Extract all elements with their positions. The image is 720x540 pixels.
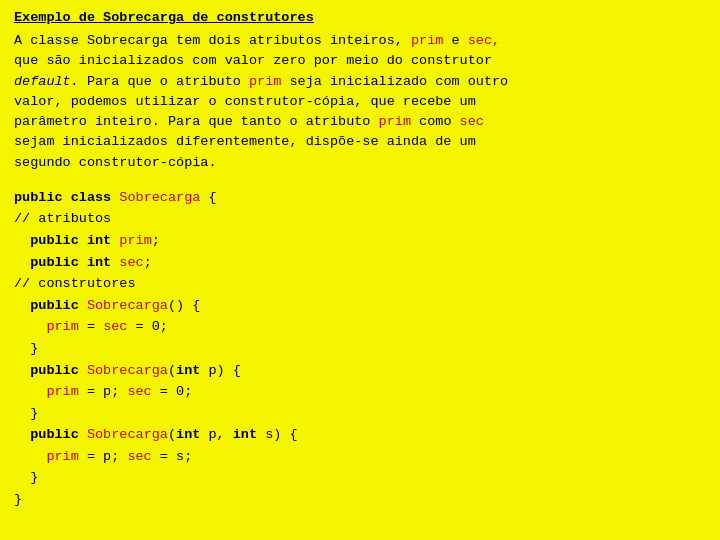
prose-line2: que são inicializados com valor zero por… [14, 53, 492, 68]
prose-block: A classe Sobrecarga tem dois atributos i… [14, 31, 706, 173]
code-line-13: prim = p; sec = s; [14, 446, 706, 468]
prose-mid1-text: e [452, 33, 460, 48]
code-line-6: public Sobrecarga() { [14, 295, 706, 317]
code-line-14: } [14, 467, 706, 489]
code-line-7: prim = sec = 0; [14, 316, 706, 338]
prim-highlight-2: prim [249, 74, 281, 89]
code-line-9: public Sobrecarga(int p) { [14, 360, 706, 382]
prose-italic-default: default. [14, 74, 79, 89]
code-line-5: // construtores [14, 273, 706, 295]
prose-line1: A classe Sobrecarga tem dois atributos i… [14, 33, 403, 48]
prose-mid2: como [419, 114, 451, 129]
prim-highlight-3: prim [379, 114, 411, 129]
sec-highlight-2: sec [460, 114, 484, 129]
prose-line6: parâmetro inteiro. Para que tanto o atri… [14, 114, 370, 129]
prose-line5: valor, podemos utilizar o construtor-cóp… [14, 94, 476, 109]
code-block: public class Sobrecarga { // atributos p… [14, 187, 706, 511]
prose-line3: Para que o atributo [87, 74, 241, 89]
code-line-4: public int sec; [14, 252, 706, 274]
prose-line4: seja inicializado com outro [289, 74, 508, 89]
prose-line7: sejam inicializados diferentemente, disp… [14, 134, 476, 149]
code-line-10: prim = p; sec = 0; [14, 381, 706, 403]
prim-highlight-1: prim [411, 33, 443, 48]
code-line-12: public Sobrecarga(int p, int s) { [14, 424, 706, 446]
code-line-1: public class Sobrecarga { [14, 187, 706, 209]
sec-highlight-1: sec, [468, 33, 500, 48]
code-line-3: public int prim; [14, 230, 706, 252]
code-line-11: } [14, 403, 706, 425]
title: Exemplo de Sobrecarga de construtores [14, 10, 706, 25]
code-line-8: } [14, 338, 706, 360]
code-line-15: } [14, 489, 706, 511]
prose-line8: segundo construtor-cópia. [14, 155, 217, 170]
code-line-2: // atributos [14, 208, 706, 230]
